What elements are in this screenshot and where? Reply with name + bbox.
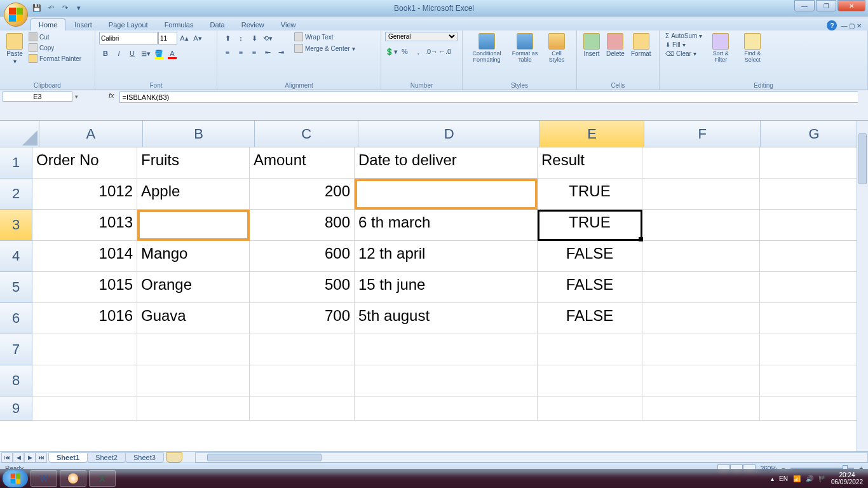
cell-G4[interactable] xyxy=(760,241,868,272)
cell-D5[interactable]: 15 th june xyxy=(355,272,538,303)
select-all-corner[interactable] xyxy=(0,121,39,147)
sheet-nav-next[interactable]: ▶ xyxy=(24,452,36,463)
sheet-tab-3[interactable]: Sheet3 xyxy=(125,452,164,463)
tab-formulas[interactable]: Formulas xyxy=(157,19,201,30)
cell-D9[interactable] xyxy=(355,396,538,421)
cell-F3[interactable] xyxy=(642,210,760,241)
cell-E9[interactable] xyxy=(538,396,642,421)
cell-F9[interactable] xyxy=(642,396,760,421)
cell-E4[interactable]: FALSE xyxy=(538,241,642,272)
row-header-6[interactable]: 6 xyxy=(0,303,32,334)
cell-D4[interactable]: 12 th april xyxy=(355,241,538,272)
minimize-button[interactable]: — xyxy=(794,0,815,11)
cell-E5[interactable]: FALSE xyxy=(538,272,642,303)
col-header-D[interactable]: D xyxy=(358,121,540,147)
horizontal-scrollbar[interactable] xyxy=(195,452,868,463)
cell-B5[interactable]: Orange xyxy=(137,272,250,303)
cell-E7[interactable] xyxy=(538,334,642,365)
align-center-button[interactable]: ≡ xyxy=(234,46,247,58)
tray-show-hidden[interactable]: ▴ xyxy=(771,475,774,482)
increase-indent-button[interactable]: ⇥ xyxy=(275,46,287,58)
font-color-button[interactable]: A xyxy=(166,47,179,60)
clock[interactable]: 20:24 06/09/2022 xyxy=(831,471,863,485)
cell-A2[interactable]: 1012 xyxy=(32,179,137,210)
qat-customize[interactable]: ▾ xyxy=(74,3,84,13)
fill-button[interactable]: ⬇ Fill ▾ xyxy=(663,41,704,49)
fx-icon[interactable]: fx xyxy=(104,92,119,99)
row-header-8[interactable]: 8 xyxy=(0,365,32,396)
cell-B6[interactable]: Guava xyxy=(137,303,250,334)
cell-F6[interactable] xyxy=(642,303,760,334)
cut-button[interactable]: Cut xyxy=(27,32,83,42)
sheet-tab-1[interactable]: Sheet1 xyxy=(48,452,88,463)
align-middle-button[interactable]: ↕ xyxy=(234,32,247,44)
cell-styles-button[interactable]: Cell Styles xyxy=(543,32,571,64)
number-format-select[interactable]: General xyxy=(385,32,458,41)
taskbar-word[interactable]: W xyxy=(31,470,57,487)
save-button[interactable]: 💾 xyxy=(32,3,42,13)
clear-button[interactable]: ⌫ Clear ▾ xyxy=(663,50,704,58)
cell-D3[interactable]: 6 th march xyxy=(355,210,538,241)
cell-B1[interactable]: Fruits xyxy=(137,147,250,179)
col-header-C[interactable]: C xyxy=(255,121,359,147)
delete-cells-button[interactable]: Delete xyxy=(604,32,627,58)
redo-button[interactable]: ↷ xyxy=(60,3,70,13)
cell-E2[interactable]: TRUE xyxy=(538,179,642,210)
tab-insert[interactable]: Insert xyxy=(67,19,100,30)
shrink-font-button[interactable]: A▾ xyxy=(191,32,204,44)
align-left-button[interactable]: ≡ xyxy=(221,46,234,58)
worksheet-grid[interactable]: A B C D E F G 1 2 3 4 5 6 7 8 9 Order No… xyxy=(0,121,868,451)
sheet-nav-last[interactable]: ⏭ xyxy=(36,452,47,463)
cell-C3[interactable]: 800 xyxy=(250,210,355,241)
border-button[interactable]: ⊞▾ xyxy=(139,47,152,60)
col-header-F[interactable]: F xyxy=(644,121,761,147)
sheet-nav-prev[interactable]: ◀ xyxy=(13,452,24,463)
cell-B9[interactable] xyxy=(137,396,250,421)
undo-button[interactable]: ↶ xyxy=(46,3,56,13)
cell-A5[interactable]: 1015 xyxy=(32,272,137,303)
cell-G3[interactable] xyxy=(760,210,868,241)
tab-review[interactable]: Review xyxy=(234,19,272,30)
grow-font-button[interactable]: A▴ xyxy=(178,32,191,44)
cell-B8[interactable] xyxy=(137,365,250,396)
row-header-1[interactable]: 1 xyxy=(0,147,32,179)
col-header-A[interactable]: A xyxy=(39,121,144,147)
cell-D2[interactable] xyxy=(355,179,538,210)
sheet-tab-2[interactable]: Sheet2 xyxy=(87,452,126,463)
percent-button[interactable]: % xyxy=(398,45,411,58)
sheet-nav-first[interactable]: ⏮ xyxy=(1,452,13,463)
volume-icon[interactable]: 🔊 xyxy=(806,475,813,482)
cell-G6[interactable] xyxy=(760,303,868,334)
format-painter-button[interactable]: Format Painter xyxy=(27,53,83,64)
col-header-E[interactable]: E xyxy=(540,121,644,147)
cell-D6[interactable]: 5th august xyxy=(355,303,538,334)
merge-center-button[interactable]: Merge & Center ▾ xyxy=(292,43,357,53)
cell-B3[interactable] xyxy=(137,210,250,241)
cell-A9[interactable] xyxy=(32,396,137,421)
decrease-decimal-button[interactable]: ←.0 xyxy=(438,45,451,58)
cell-G7[interactable] xyxy=(760,334,868,365)
format-cells-button[interactable]: Format xyxy=(628,32,654,58)
comma-button[interactable]: , xyxy=(412,45,424,58)
cell-G9[interactable] xyxy=(760,396,868,421)
wrap-text-button[interactable]: Wrap Text xyxy=(292,32,357,42)
cell-G2[interactable] xyxy=(760,179,868,210)
cell-A1[interactable]: Order No xyxy=(32,147,137,179)
row-header-9[interactable]: 9 xyxy=(0,396,32,421)
cell-F2[interactable] xyxy=(642,179,760,210)
cell-area[interactable]: Order No Fruits Amount Date to deliver R… xyxy=(32,147,868,421)
name-box-dropdown[interactable]: ▾ xyxy=(75,92,78,100)
hscroll-thumb[interactable] xyxy=(207,454,322,461)
bold-button[interactable]: B xyxy=(99,47,112,60)
formula-input[interactable] xyxy=(119,92,858,103)
cell-C9[interactable] xyxy=(250,396,355,421)
orientation-button[interactable]: ⟲▾ xyxy=(261,32,274,44)
align-top-button[interactable]: ⬆ xyxy=(221,32,234,44)
insert-cells-button[interactable]: Insert xyxy=(581,32,602,58)
sort-filter-button[interactable]: Sort & Filter xyxy=(705,32,736,64)
cell-A4[interactable]: 1014 xyxy=(32,241,137,272)
help-icon[interactable]: ? xyxy=(827,20,837,30)
col-header-B[interactable]: B xyxy=(143,121,255,147)
fill-color-button[interactable]: 🪣 xyxy=(153,47,165,60)
format-as-table-button[interactable]: Format as Table xyxy=(508,32,541,64)
